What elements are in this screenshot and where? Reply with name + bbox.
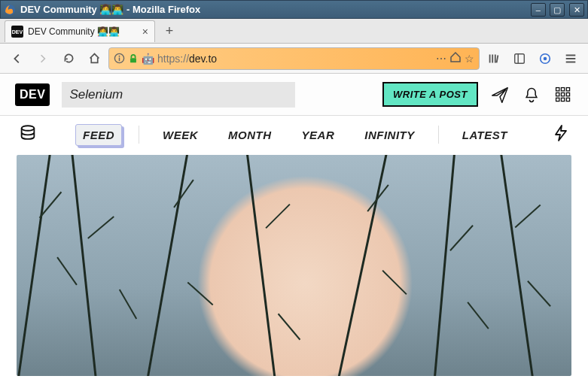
url-bar[interactable]: 🤖 https://dev.to ⋯ ☆ [108, 47, 480, 70]
feed-separator [139, 126, 139, 144]
back-button[interactable] [6, 47, 29, 70]
window-controls: – ▢ ✕ [529, 3, 584, 17]
feed-tab-week[interactable]: WEEK [156, 125, 205, 145]
site-info-icon[interactable] [114, 53, 125, 64]
write-post-button[interactable]: WRITE A POST [382, 82, 478, 107]
bolt-icon[interactable] [552, 124, 570, 145]
extension-icon[interactable] [534, 47, 556, 70]
svg-rect-18 [561, 98, 564, 101]
reader-mode-icon[interactable] [449, 51, 462, 65]
menu-grid-icon[interactable] [553, 85, 573, 105]
reload-button[interactable] [57, 47, 80, 70]
page-actions-icon[interactable]: ⋯ [436, 53, 446, 65]
svg-rect-17 [556, 98, 559, 101]
url-text: https://dev.to [157, 53, 433, 65]
robot-icon: 🤖 [142, 53, 154, 65]
svg-rect-11 [556, 87, 559, 90]
feed-tab-feed[interactable]: FEED [75, 124, 122, 146]
notifications-icon[interactable] [522, 85, 541, 105]
svg-rect-14 [556, 92, 559, 96]
svg-point-4 [119, 56, 120, 57]
window-minimize-button[interactable]: – [531, 3, 546, 17]
svg-rect-7 [515, 53, 525, 63]
browser-tab-bar: DEV DEV Community 👩‍💻👨‍💻 × + [0, 19, 588, 44]
tab-close-button[interactable]: × [142, 26, 148, 38]
library-icon[interactable] [483, 47, 505, 70]
new-tab-button[interactable]: + [158, 20, 181, 41]
tab-favicon: DEV [11, 26, 23, 38]
search-input[interactable] [62, 82, 295, 108]
firefox-icon [4, 4, 16, 16]
bookmark-star-icon[interactable]: ☆ [465, 53, 474, 65]
lock-icon [128, 53, 139, 64]
feed-tab-infinity[interactable]: INFINITY [358, 125, 422, 145]
svg-rect-15 [561, 92, 564, 96]
url-host: dev.to [189, 53, 217, 65]
url-scheme: https:// [157, 53, 189, 65]
svg-point-20 [22, 126, 35, 131]
browser-nav-bar: 🤖 https://dev.to ⋯ ☆ [0, 44, 588, 74]
sidebar-icon[interactable] [508, 47, 531, 70]
article-cover-image[interactable] [17, 155, 571, 376]
feed-tabs: FEED WEEK MONTH YEAR INFINITY LATEST [75, 124, 514, 146]
home-button[interactable] [83, 47, 105, 70]
hamburger-menu-icon[interactable] [559, 47, 582, 70]
svg-rect-19 [566, 98, 569, 101]
svg-text:DEV: DEV [12, 29, 23, 35]
svg-rect-6 [130, 58, 136, 62]
svg-rect-16 [566, 92, 569, 96]
svg-rect-5 [119, 58, 120, 62]
feed-tab-month[interactable]: MONTH [221, 125, 279, 145]
browser-tab[interactable]: DEV DEV Community 👩‍💻👨‍💻 × [5, 20, 155, 42]
page-content: DEV WRITE A POST [0, 74, 588, 382]
feed-separator [438, 126, 439, 144]
window-title: DEV Community 👩‍💻👨‍💻 - Mozilla Firefox [20, 4, 529, 15]
svg-point-10 [544, 56, 547, 60]
window-close-button[interactable]: ✕ [569, 3, 584, 17]
feed-tab-year[interactable]: YEAR [295, 125, 342, 145]
window-titlebar: DEV Community 👩‍💻👨‍💻 - Mozilla Firefox –… [0, 0, 588, 19]
forward-button[interactable] [32, 47, 54, 70]
stack-icon[interactable] [18, 123, 38, 146]
svg-rect-12 [561, 87, 564, 90]
tab-label: DEV Community 👩‍💻👨‍💻 [28, 26, 138, 37]
connect-icon[interactable] [490, 85, 510, 105]
feed-nav-row: FEED WEEK MONTH YEAR INFINITY LATEST [0, 116, 588, 153]
feed-tab-latest[interactable]: LATEST [455, 125, 514, 145]
dev-logo[interactable]: DEV [15, 83, 50, 106]
dev-header: DEV WRITE A POST [0, 74, 588, 116]
svg-rect-13 [566, 87, 569, 90]
window-maximize-button[interactable]: ▢ [550, 3, 565, 17]
